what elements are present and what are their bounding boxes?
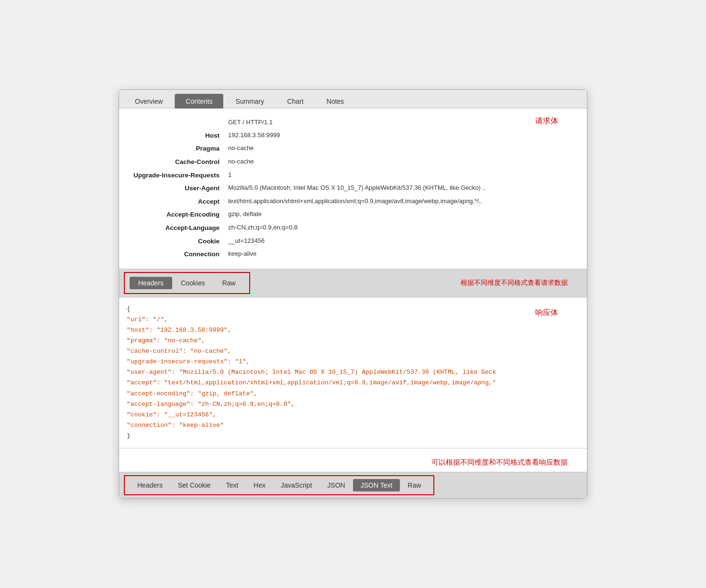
header-row-accept-language: Accept-Language zh-CN,zh;q=0.9,en;q=0.8 [119, 221, 587, 235]
bottom-tab-raw[interactable]: Raw [400, 479, 429, 491]
header-row-cache-control: Cache-Control no-cache [119, 155, 587, 169]
header-name-accept-encoding: Accept-Encoding [119, 208, 224, 221]
json-line-4: "cache-control": "no-cache", [127, 346, 579, 357]
json-line-0: { [127, 304, 579, 315]
header-value-pragma: no-cache [224, 142, 587, 155]
header-value-cache-control: no-cache [224, 155, 587, 169]
header-name-connection: Connection [119, 248, 224, 261]
request-annotation: 请求体 [535, 116, 558, 126]
bottom-tab-json-text[interactable]: JSON Text [353, 479, 400, 491]
json-content: 响应体 { "url": "/", "host": "192.168.3.58:… [119, 297, 587, 448]
header-name-upgrade: Upgrade-Insecure-Requests [119, 169, 224, 182]
json-line-12: } [127, 431, 579, 441]
sub-tab-section-top: Headers Cookies Raw 根据不同维度不同格式查看请求数据 [119, 269, 587, 297]
header-name-host: Host [119, 129, 224, 142]
bottom-sub-tab-bar: Headers Set Cookie Text Hex JavaScript J… [124, 475, 434, 495]
bottom-tab-hex[interactable]: Hex [246, 479, 273, 491]
json-line-11: "connection": "keep-alive" [127, 420, 579, 431]
header-name-accept-language: Accept-Language [119, 221, 224, 235]
first-line-value: GET / HTTP/1.1 [224, 116, 587, 129]
tab-notes[interactable]: Notes [316, 94, 355, 109]
header-value-accept-encoding: gzip, deflate [224, 208, 587, 221]
header-row-connection: Connection keep-alive [119, 248, 587, 261]
json-line-9: "accept-language": "zh-CN,zh;q=0.9,en;q=… [127, 399, 579, 410]
json-annotation: 响应体 [535, 307, 558, 320]
header-value-upgrade: 1 [224, 169, 587, 182]
tab-contents[interactable]: Contents [175, 94, 223, 109]
bottom-tab-text[interactable]: Text [218, 479, 246, 491]
tab-chart[interactable]: Chart [276, 94, 314, 109]
header-value-user-agent: Mozilla/5.0 (Macintosh; Intel Mac OS X 1… [224, 182, 587, 195]
request-section: 请求体 GET / HTTP/1.1 Host 192.168.3.58:999… [119, 109, 587, 269]
header-value-accept: text/html,application/xhtml+xml,applicat… [224, 195, 587, 208]
tab-bar: Overview Contents Summary Chart Notes [119, 90, 587, 109]
json-line-10: "cookie": "__ut=123456", [127, 410, 579, 420]
sub-tab-bar-top: Headers Cookies Raw [124, 272, 250, 294]
json-line-2: "host": "192.168.3.58:9999", [127, 325, 579, 336]
bottom-tab-javascript[interactable]: JavaScript [273, 479, 320, 491]
main-window: Overview Contents Summary Chart Notes 请求… [119, 89, 587, 499]
json-line-8: "accept-encoding": "gzip, deflate", [127, 389, 579, 399]
bottom-sub-tab-section: Headers Set Cookie Text Hex JavaScript J… [119, 472, 587, 498]
header-row-accept-encoding: Accept-Encoding gzip, deflate [119, 208, 587, 221]
header-value-host: 192.168.3.58:9999 [224, 129, 587, 142]
header-value-connection: keep-alive [224, 248, 587, 261]
json-line-5: "upgrade-insecure-requests": "1", [127, 357, 579, 367]
first-line-label [119, 116, 224, 129]
bottom-tab-headers[interactable]: Headers [130, 479, 170, 491]
request-headers-table: GET / HTTP/1.1 Host 192.168.3.58:9999 Pr… [119, 116, 587, 261]
sub-tab-cookies[interactable]: Cookies [172, 277, 214, 289]
sub-tab-headers[interactable]: Headers [130, 277, 172, 289]
first-line-row: GET / HTTP/1.1 [119, 116, 587, 129]
header-name-accept: Accept [119, 195, 224, 208]
tab-overview[interactable]: Overview [124, 94, 174, 109]
header-row-cookie: Cookie __ut=123456 [119, 235, 587, 248]
header-row-host: Host 192.168.3.58:9999 [119, 129, 587, 142]
header-name-cache-control: Cache-Control [119, 155, 224, 169]
bottom-tab-json[interactable]: JSON [320, 479, 353, 491]
tab-summary[interactable]: Summary [224, 94, 275, 109]
header-row-pragma: Pragma no-cache [119, 142, 587, 155]
bottom-tab-set-cookie[interactable]: Set Cookie [170, 479, 218, 491]
sub-tab-annotation-top: 根据不同维度不同格式查看请求数据 [461, 279, 568, 287]
header-name-user-agent: User-Agent [119, 182, 224, 195]
bottom-section: 可以根据不同维度和不同格式查看响应数据 Headers Set Cookie T… [119, 448, 587, 498]
bottom-annotation: 可以根据不同维度和不同格式查看响应数据 [119, 458, 587, 472]
json-line-7: "accept": "text/html,application/xhtml+x… [127, 378, 579, 388]
header-value-accept-language: zh-CN,zh;q=0.9,en;q=0.8 [224, 221, 587, 235]
header-row-accept: Accept text/html,application/xhtml+xml,a… [119, 195, 587, 208]
header-row-upgrade: Upgrade-Insecure-Requests 1 [119, 169, 587, 182]
json-line-1: "url": "/", [127, 315, 579, 325]
json-line-6: "user-agent": "Mozilla/5.0 (Macintosh; I… [127, 367, 579, 378]
header-name-pragma: Pragma [119, 142, 224, 155]
sub-tab-raw[interactable]: Raw [214, 277, 244, 289]
header-value-cookie: __ut=123456 [224, 235, 587, 248]
header-row-user-agent: User-Agent Mozilla/5.0 (Macintosh; Intel… [119, 182, 587, 195]
header-name-cookie: Cookie [119, 235, 224, 248]
json-line-3: "pragma": "no-cache", [127, 336, 579, 346]
